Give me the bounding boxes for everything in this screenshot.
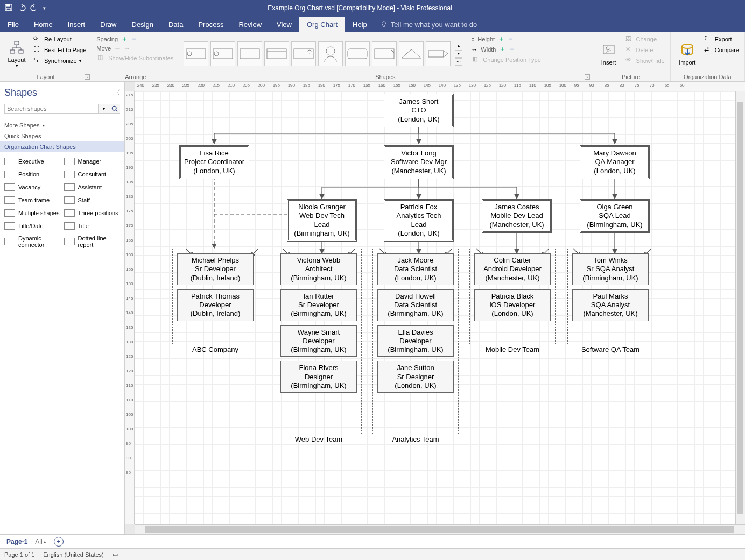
search-shapes-input[interactable]	[4, 104, 99, 114]
shape-thumb-8[interactable]	[372, 41, 397, 66]
shape-master-label[interactable]: Assistant	[78, 184, 121, 190]
gallery-down-icon[interactable]: ▾	[455, 50, 462, 58]
shape-master-label[interactable]: Multiple shapes	[18, 210, 61, 216]
org-node-james[interactable]: James CoatesMobile Dev Lead(Manchester, …	[482, 199, 552, 233]
shape-master-label[interactable]: Team frame	[18, 197, 61, 203]
org-node-patricia[interactable]: Patricia FoxAnalytics Tech Lead(London, …	[384, 199, 454, 242]
height-minus-icon[interactable]: －	[508, 34, 514, 44]
spacing-plus-icon[interactable]: ＋	[121, 34, 128, 44]
tab-process[interactable]: Process	[191, 17, 231, 32]
vertical-scrollbar[interactable]	[735, 91, 745, 524]
team-member[interactable]: Fiona RiversDesigner(Birmingham, UK)	[280, 361, 357, 393]
tab-file[interactable]: File	[0, 17, 26, 32]
bestfit-button[interactable]: ⛶Best Fit to Page	[32, 45, 87, 55]
shape-master-label[interactable]: Title/Date	[18, 223, 61, 229]
shape-gallery[interactable]: ▴ ▾ ⋯	[184, 34, 462, 73]
shape-master-label[interactable]: Consultant	[78, 171, 121, 178]
shape-thumb-exec[interactable]	[184, 41, 208, 66]
add-page-button[interactable]: +	[54, 537, 64, 547]
shape-master-icon[interactable]	[4, 158, 15, 165]
picture-change-button[interactable]: 🖼Change	[624, 34, 666, 44]
shape-master-label[interactable]: Executive	[18, 158, 61, 165]
shape-master-icon[interactable]	[64, 171, 75, 178]
tab-home[interactable]: Home	[26, 17, 60, 32]
team-member[interactable]: Colin CarterAndroid Developer(Manchester…	[474, 253, 551, 285]
shape-master-label[interactable]: Position	[18, 171, 61, 178]
showhide-sub-button[interactable]: ◫Show/Hide Subordinates	[96, 53, 174, 63]
page-tab-all[interactable]: All ▴	[35, 538, 46, 545]
relayout-button[interactable]: ⟳Re-Layout	[32, 34, 87, 44]
undo-icon[interactable]	[17, 3, 26, 13]
shape-master-icon[interactable]	[64, 158, 75, 165]
org-chart-shapes-link[interactable]: Organization Chart Shapes	[0, 141, 124, 152]
shape-master-label[interactable]: Manager	[78, 158, 121, 165]
shapes-pane-collapse-icon[interactable]: 〈	[114, 88, 120, 97]
tab-org-chart[interactable]: Org Chart	[299, 17, 345, 32]
shape-master-icon[interactable]	[4, 222, 15, 230]
shapes-dialog-launcher[interactable]: ↘	[585, 74, 590, 80]
team-web[interactable]: Victoria WebbArchitect(Birmingham, UK) I…	[276, 249, 362, 434]
team-mobile[interactable]: Colin CarterAndroid Developer(Manchester…	[469, 249, 556, 344]
shape-thumb-7[interactable]	[345, 41, 370, 66]
shape-master-label[interactable]: Dynamic connector	[18, 235, 61, 248]
redo-icon[interactable]	[30, 3, 39, 13]
team-member[interactable]: Ian RutterSr Developer(Birmingham, UK)	[280, 289, 357, 321]
drawing-canvas[interactable]: James ShortCTO(London, UK) Lisa RiceProj…	[135, 91, 745, 524]
shape-master-icon[interactable]	[4, 183, 15, 191]
compare-button[interactable]: ⇄Compare	[703, 45, 740, 55]
shape-master-label[interactable]: Vacancy	[18, 184, 61, 190]
picture-showhide-button[interactable]: 👁Show/Hide	[624, 56, 666, 66]
shape-master-label[interactable]: Three positions	[78, 210, 121, 216]
shape-master-icon[interactable]	[64, 209, 75, 217]
shape-thumb-10[interactable]	[426, 41, 451, 66]
width-plus-icon[interactable]: ＋	[499, 45, 505, 54]
shape-master-icon[interactable]	[4, 238, 15, 245]
move-right-icon[interactable]: →	[124, 45, 130, 52]
shape-master-icon[interactable]	[4, 171, 15, 178]
team-member[interactable]: Tom WinksSr SQA Analyst(Birmingham, UK)	[572, 253, 649, 285]
shape-master-icon[interactable]	[64, 222, 75, 230]
team-member[interactable]: Patricia BlackiOS Developer(London, UK)	[474, 289, 551, 321]
team-member[interactable]: Ella DaviesDeveloper(Birmingham, UK)	[377, 325, 454, 357]
shape-master-icon[interactable]	[4, 196, 15, 204]
shape-master-label[interactable]: Dotted-line report	[78, 235, 121, 248]
more-shapes-link[interactable]: More Shapes▸	[0, 120, 124, 131]
shape-thumb-4[interactable]	[264, 41, 289, 66]
shape-thumb-9[interactable]	[399, 41, 424, 66]
org-node-lisa[interactable]: Lisa RiceProject Coordinator(London, UK)	[179, 145, 249, 179]
height-plus-icon[interactable]: ＋	[498, 34, 504, 44]
shape-master-label[interactable]: Title	[78, 223, 121, 229]
horizontal-scrollbar[interactable]	[135, 524, 745, 534]
width-minus-icon[interactable]: －	[509, 45, 515, 54]
change-pos-button[interactable]: ◧Change Position Type	[471, 55, 542, 65]
shape-master-icon[interactable]	[64, 196, 75, 204]
tab-help[interactable]: Help	[345, 17, 375, 32]
move-left-icon[interactable]: ←	[114, 45, 121, 52]
team-qa[interactable]: Tom WinksSr SQA Analyst(Birmingham, UK) …	[567, 249, 653, 344]
gallery-more-icon[interactable]: ⋯	[455, 58, 462, 66]
insert-picture-button[interactable]: Insert	[596, 34, 621, 73]
export-button[interactable]: ⤴Export	[703, 34, 740, 44]
shape-master-label[interactable]: Staff	[78, 197, 121, 203]
team-member[interactable]: Jack MooreData Scientist(London, UK)	[377, 253, 454, 285]
team-member[interactable]: Paul MarksSQA Analyst(Manchester, UK)	[572, 289, 649, 321]
search-dropdown-icon[interactable]: ▾	[99, 104, 109, 114]
team-member[interactable]: Wayne SmartDeveloper(Birmingham, UK)	[280, 325, 357, 357]
tab-insert[interactable]: Insert	[60, 17, 93, 32]
qat-dropdown-icon[interactable]: ▾	[43, 5, 46, 11]
team-member[interactable]: Patrick ThomasDeveloper(Dublin, Ireland)	[177, 289, 254, 321]
shape-master-icon[interactable]	[64, 183, 75, 191]
org-node-olga[interactable]: Olga GreenSQA Lead(Birmingham, UK)	[580, 199, 650, 233]
team-member[interactable]: David HowellData Scientist(Birmingham, U…	[377, 289, 454, 321]
org-node-cto[interactable]: James ShortCTO(London, UK)	[384, 94, 454, 127]
gallery-up-icon[interactable]: ▴	[455, 42, 462, 49]
quick-shapes-link[interactable]: Quick Shapes	[0, 131, 124, 141]
import-button[interactable]: Import	[675, 34, 700, 73]
page-tab-1[interactable]: Page-1	[6, 538, 27, 545]
tab-design[interactable]: Design	[124, 17, 161, 32]
org-node-nicola[interactable]: Nicola GrangerWeb Dev Tech Lead(Birmingh…	[287, 199, 357, 242]
tell-me[interactable]: Tell me what you want to do	[375, 20, 482, 29]
tab-review[interactable]: Review	[231, 17, 269, 32]
macro-record-icon[interactable]: ▭	[113, 551, 118, 558]
search-icon[interactable]	[109, 104, 120, 114]
